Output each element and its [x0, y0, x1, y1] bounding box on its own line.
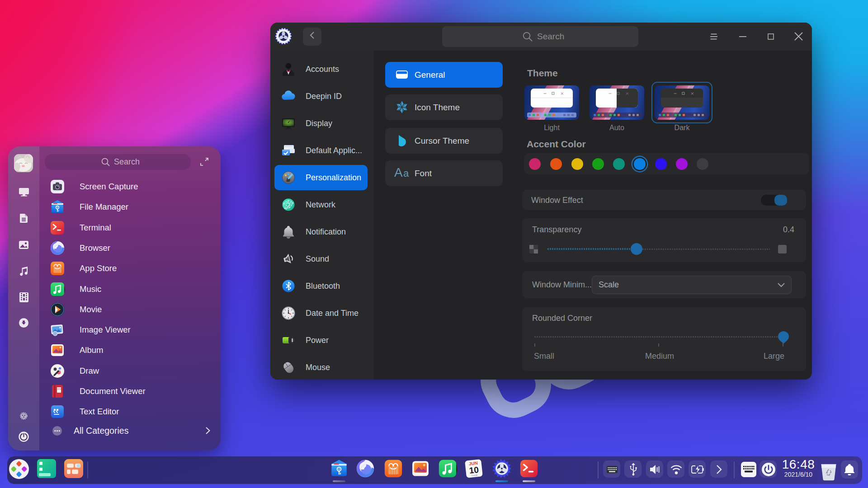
svg-text:A: A	[394, 165, 403, 179]
svg-text:a: a	[403, 168, 409, 179]
